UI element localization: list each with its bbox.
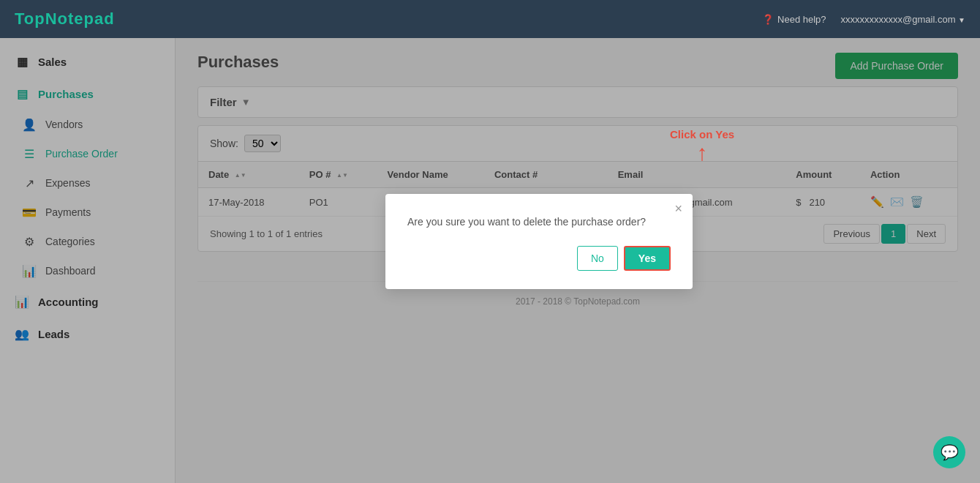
chat-bubble[interactable]: 💬 xyxy=(933,436,965,468)
annotation-text: Click on Yes xyxy=(670,128,734,141)
annotation: Click on Yes ↑ xyxy=(670,128,734,164)
question-icon: ❓ xyxy=(762,14,774,25)
logo-top: Top xyxy=(15,10,45,28)
logo: TopNotepad xyxy=(15,10,115,29)
help-link[interactable]: ❓ Need help? xyxy=(762,14,826,25)
logo-notepad: Notepad xyxy=(45,10,115,28)
user-email[interactable]: xxxxxxxxxxxxx@gmail.com ▼ xyxy=(841,14,965,25)
modal-yes-button[interactable]: Yes xyxy=(624,246,671,271)
modal-message: Are you sure you want to delete the purc… xyxy=(407,216,671,228)
help-text: Need help? xyxy=(777,14,826,25)
header-right: ❓ Need help? xxxxxxxxxxxxx@gmail.com ▼ xyxy=(762,14,965,25)
delete-confirm-modal: × Are you sure you want to delete the pu… xyxy=(385,194,693,289)
chevron-down-icon: ▼ xyxy=(958,16,965,24)
chat-icon: 💬 xyxy=(941,443,959,461)
header: TopNotepad ❓ Need help? xxxxxxxxxxxxx@gm… xyxy=(0,0,980,38)
modal-close-button[interactable]: × xyxy=(674,201,682,217)
modal-no-button[interactable]: No xyxy=(577,246,618,271)
modal-buttons: No Yes xyxy=(407,246,671,271)
annotation-arrow: ↑ xyxy=(697,142,708,164)
